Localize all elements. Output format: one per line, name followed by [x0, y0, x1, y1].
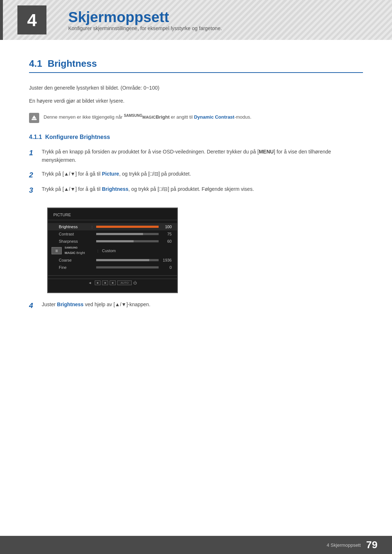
- footer-page-number: 79: [366, 539, 377, 551]
- description-1: Juster den generelle lysstyrken til bild…: [29, 84, 363, 93]
- osd-btn-auto: AUTO: [117, 280, 132, 285]
- note-text: Denne menyen er ikke tilgjengelig når SA…: [44, 113, 252, 121]
- osd-sharpness-label: Sharpness: [59, 239, 88, 243]
- osd-btn-power: ⏻: [133, 281, 137, 285]
- svg-marker-1: [32, 115, 36, 119]
- osd-screenshot: PICTURE Brightness : 100 Contrast :: [47, 208, 178, 293]
- step-1-text: Trykk på en knapp på forsiden av produkt…: [42, 148, 363, 165]
- osd-side-icon: |||: [52, 247, 62, 254]
- step-4-text: Juster Brightness ved hjelp av [▲/▼]-kna…: [42, 300, 150, 309]
- subsection-4-1-1-title: 4.1.1 Konfigurere Brightness: [29, 134, 363, 140]
- osd-btn-3: ■: [110, 280, 116, 285]
- svg-rect-0: [32, 119, 37, 120]
- chapter-number: 4: [17, 5, 46, 34]
- description-2: En høyere verdi gjør at bildet virker ly…: [29, 97, 363, 106]
- osd-magic-value: Custom: [102, 249, 116, 253]
- osd-item-sharpness: Sharpness : 60: [48, 238, 177, 245]
- osd-item-brightness: Brightness : 100: [48, 223, 177, 230]
- step-1-number: 1: [29, 148, 36, 158]
- chapter-subtitle: Konfigurer skjerminnstillingene, for eks…: [68, 25, 222, 31]
- osd-coarse-label: Coarse: [59, 258, 88, 262]
- note-icon: [29, 113, 39, 123]
- osd-btn-left: ◄: [88, 281, 92, 285]
- step-4: 4 Juster Brightness ved hjelp av [▲/▼]-k…: [29, 300, 363, 311]
- osd-item-coarse: Coarse : 1936: [48, 257, 177, 264]
- step-2: 2 Trykk på [▲/▼] for å gå til Picture, o…: [29, 170, 363, 180]
- step-1: 1 Trykk på en knapp på forsiden av produ…: [29, 148, 363, 165]
- osd-btn-1: ■: [95, 280, 101, 285]
- osd-screen: PICTURE Brightness : 100 Contrast :: [47, 208, 178, 293]
- osd-item-contrast: Contrast : 75: [48, 230, 177, 238]
- pencil-icon: [31, 115, 37, 121]
- osd-item-fine: Fine : 0: [48, 264, 177, 271]
- osd-brightness-label: Brightness: [59, 225, 88, 229]
- osd-magic-label: SAMSUNGMAGIC Bright: [65, 246, 94, 255]
- footer: 4 Skjermoppsett 79: [0, 536, 392, 554]
- chapter-title: Skjermoppsett: [68, 9, 222, 25]
- step-3-text: Trykk på [▲/▼] for å gå til Brightness, …: [42, 185, 254, 194]
- step-2-number: 2: [29, 170, 36, 180]
- osd-fine-label: Fine: [59, 265, 88, 270]
- main-content: 4.1 Brightness Juster den generelle lyss…: [0, 40, 392, 345]
- step-4-number: 4: [29, 300, 36, 311]
- osd-btn-2: ■: [102, 280, 108, 285]
- step-2-text: Trykk på [▲/▼] for å gå til Picture, og …: [42, 170, 191, 178]
- footer-section-label: 4 Skjermoppsett: [327, 542, 361, 548]
- step-3-number: 3: [29, 185, 36, 195]
- section-4-1-title: 4.1 Brightness: [29, 58, 363, 73]
- osd-contrast-label: Contrast: [59, 232, 88, 236]
- note-box: Denne menyen er ikke tilgjengelig når SA…: [29, 113, 363, 123]
- osd-header: PICTURE: [48, 213, 177, 220]
- osd-bottom-buttons: ◄ ■ ■ ■ AUTO ⏻: [48, 275, 177, 285]
- chapter-header: 4 Skjermoppsett Konfigurer skjerminnstil…: [0, 0, 392, 40]
- step-3: 3 Trykk på [▲/▼] for å gå til Brightness…: [29, 185, 363, 195]
